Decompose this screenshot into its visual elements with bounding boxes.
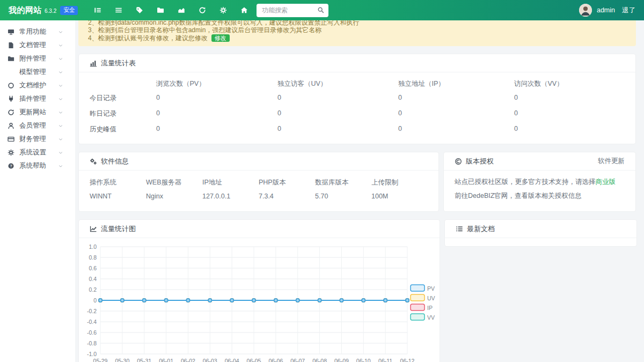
area-chart-icon [178, 6, 185, 14]
svg-text:06-08: 06-08 [312, 358, 327, 362]
chevron-down-icon [58, 123, 63, 129]
refresh-nav-button[interactable] [195, 3, 209, 17]
sidebar: 常用功能文档管理附件管理模型管理文档维护插件管理更新网站会员管理财务管理系统设置… [0, 20, 75, 362]
question-icon: ? [8, 162, 14, 169]
sidebar-item-label: 文档管理 [19, 41, 46, 50]
table-cell: 0 [277, 91, 398, 106]
folder-nav-button[interactable] [153, 3, 167, 17]
svg-text:0.6: 0.6 [89, 265, 97, 271]
circle-icon [8, 82, 14, 89]
svg-text:06-07: 06-07 [290, 358, 305, 362]
svg-text:-0.6: -0.6 [87, 329, 97, 336]
commercial-version-link[interactable]: 商业版 [596, 178, 616, 186]
list-icon [456, 225, 463, 233]
svg-text:-0.4: -0.4 [87, 319, 97, 325]
table-cell: 0 [156, 91, 277, 106]
chevron-down-icon [58, 70, 63, 75]
menu-nav-button[interactable] [112, 3, 126, 17]
software-info-title: 软件信息 [101, 157, 129, 166]
field-value: WINNT [90, 189, 146, 204]
table-cell: 0 [398, 106, 514, 122]
svg-text:05-31: 05-31 [137, 358, 151, 362]
table-cell: 0 [514, 122, 625, 137]
sidebar-item-2[interactable]: 附件管理 [0, 52, 75, 65]
sidebar-item-10[interactable]: ?系统帮助 [0, 159, 75, 173]
bar-chart-icon [90, 60, 97, 67]
license-line-2: 前往DedeBIZ官网，查看版本相关授权信息 [455, 191, 625, 201]
sidebar-item-label: 更新网站 [19, 108, 46, 117]
latest-docs-header: 最新文档 [445, 220, 636, 238]
safe-badge[interactable]: 安全 [60, 6, 78, 15]
svg-text:05-30: 05-30 [115, 358, 129, 362]
folder-icon [8, 55, 14, 62]
row-label: 今日记录 [90, 91, 156, 106]
chevron-down-icon [58, 83, 63, 88]
license-title: 版本授权 [466, 157, 494, 166]
sidebar-item-9[interactable]: 系统设置 [0, 146, 75, 159]
sidebar-item-5[interactable]: 插件管理 [0, 92, 75, 106]
software-update-link[interactable]: 软件更新 [598, 157, 625, 166]
refresh-icon [199, 6, 206, 14]
edit-badge-button[interactable]: 修改 [211, 34, 230, 42]
svg-text:06-02: 06-02 [181, 358, 195, 362]
avatar[interactable] [579, 4, 592, 17]
tag-icon [136, 6, 143, 14]
license-body: 站点已授权社区版，更多官方技术支持，请选择商业版 前往DedeBIZ官网，查看版… [444, 171, 635, 211]
sidebar-item-1[interactable]: 文档管理 [0, 39, 75, 52]
traffic-line-chart: 1.00.80.60.40.20-0.2-0.4-0.6-0.8-1.005-2… [82, 242, 436, 362]
cogs-icon [90, 158, 97, 165]
field-label: 操作系统 [90, 174, 146, 189]
license-card: 版本授权 软件更新 站点已授权社区版，更多官方技术支持，请选择商业版 前往Ded… [443, 152, 636, 212]
alert-line: 4、检测到默认账号没有修改，建议您修改修改 [88, 34, 626, 42]
site-name: 我的网站 [9, 5, 42, 16]
logout-link[interactable]: 退了 [622, 6, 635, 15]
header-user-area: admin 退了 [579, 4, 635, 17]
table-cell: 0 [156, 122, 277, 137]
table-cell: 0 [398, 91, 514, 106]
sidebar-item-8[interactable]: 财务管理 [0, 132, 75, 146]
latest-docs-card: 最新文档 [444, 219, 637, 247]
home-nav-button[interactable] [237, 3, 251, 17]
chevron-down-icon [58, 56, 63, 62]
row-label: 历史峰值 [90, 122, 156, 137]
svg-text:0.4: 0.4 [89, 276, 97, 282]
menu-icon [115, 6, 122, 14]
username[interactable]: admin [597, 6, 615, 14]
sidebar-item-3[interactable]: 模型管理 [0, 65, 75, 79]
header-nav [91, 3, 251, 17]
sidebar-item-7[interactable]: 会员管理 [0, 119, 75, 132]
search-icon[interactable] [317, 6, 324, 13]
column-header: 浏览次数（PV） [156, 75, 277, 91]
home-icon [240, 6, 248, 14]
settings-nav-button[interactable] [216, 3, 230, 17]
sidebar-item-0[interactable]: 常用功能 [0, 25, 75, 39]
line-chart-icon [90, 225, 97, 233]
column-header: 独立地址（IP） [398, 75, 514, 91]
svg-text:06-11: 06-11 [378, 358, 392, 362]
main-content: 1、检测到网址非安全链接，建议您部署https 2、检测到data/common… [75, 0, 644, 362]
license-line-1-text: 站点已授权社区版，更多官方技术支持，请选择 [455, 178, 596, 186]
sidebar-item-label: 会员管理 [19, 121, 46, 130]
svg-text:06-06: 06-06 [268, 358, 283, 362]
field-value: Nginx [146, 189, 202, 204]
sidebar-item-4[interactable]: 文档维护 [0, 79, 75, 92]
site-version: 6.3.2 [45, 8, 56, 14]
traffic-table-header: 流量统计表 [79, 54, 635, 72]
chart-nav-button[interactable] [174, 3, 188, 17]
column-header: 访问次数（VV） [514, 75, 625, 91]
field-label: 数据库版本 [315, 174, 371, 189]
tag-nav-button[interactable] [133, 3, 147, 17]
sidebar-item-label: 文档维护 [19, 81, 46, 90]
software-info-card: 软件信息 操作系统 WEB服务器 IP地址 PHP版本 数据库版本 上传限制 W… [78, 152, 439, 212]
monitor-icon [8, 28, 14, 35]
sidebar-item-6[interactable]: 更新网站 [0, 106, 75, 119]
field-value: 100M [371, 189, 428, 204]
field-label: PHP版本 [259, 174, 315, 189]
svg-text:06-03: 06-03 [203, 358, 217, 362]
field-value: 127.0.0.1 [202, 189, 259, 204]
user-icon [8, 122, 14, 129]
refresh-icon [8, 109, 14, 116]
chart-row: 流量统计图 1.00.80.60.40.20-0.2-0.4-0.6-0.8-1… [78, 219, 636, 362]
chevron-down-icon [58, 110, 63, 115]
outdent-nav-button[interactable] [91, 3, 105, 17]
